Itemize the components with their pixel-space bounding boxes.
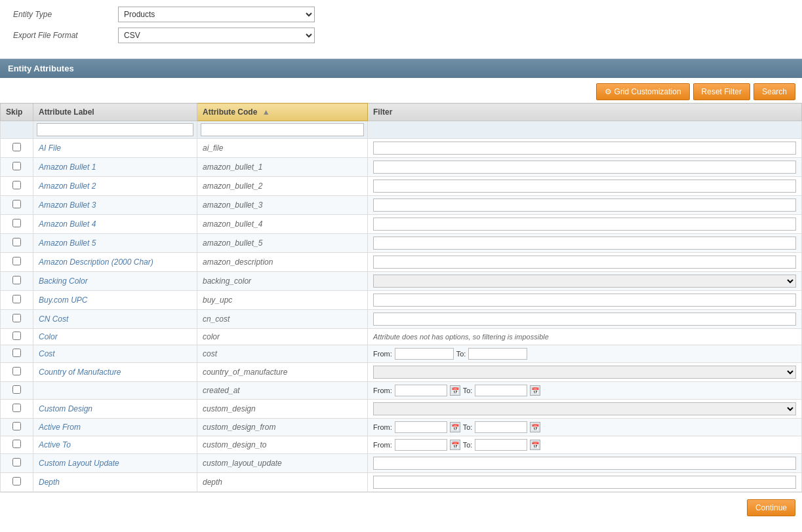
filter-cell: From:📅To:📅 <box>368 419 802 436</box>
attr-code-value: amazon_bullet_4 <box>203 219 262 229</box>
skip-cell <box>1 158 33 177</box>
from-calendar-icon[interactable]: 📅 <box>450 422 460 432</box>
skip-checkbox[interactable] <box>12 295 21 303</box>
filter-select-input[interactable] <box>373 402 796 415</box>
attr-label-link[interactable]: Active To <box>39 440 71 449</box>
reset-filter-button[interactable]: Reset Filter <box>693 83 750 100</box>
skip-checkbox[interactable] <box>12 422 21 430</box>
skip-checkbox[interactable] <box>12 314 21 322</box>
skip-checkbox[interactable] <box>12 332 21 340</box>
from-date-input[interactable] <box>395 439 447 451</box>
skip-checkbox[interactable] <box>12 349 21 357</box>
skip-checkbox[interactable] <box>12 477 21 485</box>
filter-text-input[interactable] <box>373 237 796 250</box>
attr-label-link[interactable]: AI File <box>39 143 61 153</box>
to-date-input[interactable] <box>475 421 527 433</box>
attr-label-cell: Country of Manufacture <box>33 363 197 382</box>
skip-checkbox[interactable] <box>12 181 21 189</box>
to-calendar-icon[interactable]: 📅 <box>530 385 540 396</box>
filter-select-input[interactable] <box>373 366 796 379</box>
filter-text-input[interactable] <box>373 476 796 489</box>
filter-text-input[interactable] <box>373 199 796 212</box>
continue-button[interactable]: Continue <box>747 499 795 516</box>
attr-label-link[interactable]: Amazon Bullet 2 <box>39 181 96 191</box>
filter-text-input[interactable] <box>373 180 796 193</box>
filter-text-input[interactable] <box>373 218 796 231</box>
attr-code-value: cost <box>203 349 217 358</box>
attr-label-link[interactable]: Buy.com UPC <box>39 295 87 305</box>
attr-label-link[interactable]: Depth <box>39 478 60 487</box>
entity-type-select[interactable]: Products <box>118 7 315 22</box>
to-input[interactable] <box>468 348 527 360</box>
from-calendar-icon[interactable]: 📅 <box>450 440 460 450</box>
from-date-input[interactable] <box>395 385 447 396</box>
attr-label-link[interactable]: Backing Color <box>39 276 88 286</box>
attr-code-value: amazon_bullet_5 <box>203 238 262 248</box>
attr-label-link[interactable]: Country of Manufacture <box>39 368 121 377</box>
skip-checkbox[interactable] <box>12 404 21 412</box>
attr-code-value: custom_design <box>203 404 256 413</box>
filter-text-input[interactable] <box>373 457 796 470</box>
skip-checkbox[interactable] <box>12 385 21 394</box>
skip-checkbox[interactable] <box>12 458 21 466</box>
table-row: Depthdepth <box>1 473 802 492</box>
export-format-select[interactable]: CSV <box>118 28 315 43</box>
attr-code-col-header[interactable]: Attribute Code ▲ <box>197 104 368 121</box>
table-row: Active Tocustom_design_toFrom:📅To:📅 <box>1 436 802 454</box>
grid-customization-button[interactable]: Grid Customization <box>596 83 690 100</box>
to-calendar-icon[interactable]: 📅 <box>530 422 540 432</box>
attr-label-link[interactable]: Custom Layout Update <box>39 459 119 468</box>
attr-label-cell: Amazon Bullet 4 <box>33 215 197 234</box>
skip-checkbox[interactable] <box>12 238 21 246</box>
attr-label-link[interactable]: CN Cost <box>39 314 68 324</box>
attr-label-link[interactable]: Cost <box>39 349 55 358</box>
attr-code-value: cn_cost <box>203 314 230 324</box>
filter-text-input[interactable] <box>373 313 796 326</box>
attr-label-link[interactable]: Amazon Bullet 3 <box>39 200 96 210</box>
attr-code-cell: custom_design <box>197 400 368 419</box>
attr-label-link[interactable]: Amazon Bullet 5 <box>39 238 96 248</box>
attr-code-cell: cost <box>197 345 368 363</box>
search-button[interactable]: Search <box>753 83 795 100</box>
to-date-input[interactable] <box>475 385 527 396</box>
filter-cell <box>368 400 802 419</box>
attr-label-link[interactable]: Amazon Bullet 1 <box>39 162 96 172</box>
attr-label-link[interactable]: Color <box>39 332 58 341</box>
filter-text-input[interactable] <box>373 142 796 155</box>
attr-label-link[interactable]: Active From <box>39 423 81 432</box>
filter-select-input[interactable] <box>373 275 796 288</box>
from-date-input[interactable] <box>395 421 447 433</box>
attr-code-filter-input[interactable] <box>201 123 364 136</box>
table-row: Backing Colorbacking_color <box>1 272 802 291</box>
attr-label-link[interactable]: Custom Design <box>39 404 92 413</box>
from-input[interactable] <box>395 348 454 360</box>
filter-text-input[interactable] <box>373 294 796 307</box>
skip-checkbox[interactable] <box>12 200 21 208</box>
attr-label-filter-input[interactable] <box>37 123 193 136</box>
skip-checkbox[interactable] <box>12 257 21 265</box>
skip-cell <box>1 234 33 253</box>
from-label: From: <box>373 423 392 431</box>
attr-code-value: custom_design_to <box>203 440 266 449</box>
filter-text-input[interactable] <box>373 256 796 269</box>
table-row: Amazon Description (2000 Char)amazon_des… <box>1 253 802 272</box>
skip-checkbox[interactable] <box>12 276 21 284</box>
skip-cell <box>1 382 33 400</box>
skip-checkbox[interactable] <box>12 162 21 170</box>
skip-checkbox[interactable] <box>12 143 21 151</box>
table-row: Buy.com UPCbuy_upc <box>1 291 802 310</box>
skip-cell <box>1 139 33 158</box>
to-date-input[interactable] <box>475 439 527 451</box>
from-calendar-icon[interactable]: 📅 <box>450 385 460 396</box>
filter-text-input[interactable] <box>373 161 796 174</box>
skip-checkbox[interactable] <box>12 219 21 227</box>
to-calendar-icon[interactable]: 📅 <box>530 440 540 450</box>
entity-type-row: Entity Type Products <box>13 7 789 22</box>
skip-cell <box>1 215 33 234</box>
attr-code-value: custom_design_from <box>203 423 275 432</box>
skip-checkbox[interactable] <box>12 367 21 375</box>
skip-checkbox[interactable] <box>12 440 21 448</box>
attr-label-link[interactable]: Amazon Description (2000 Char) <box>39 257 153 267</box>
attr-label-link[interactable]: Amazon Bullet 4 <box>39 219 96 229</box>
from-label: From: <box>373 387 392 394</box>
